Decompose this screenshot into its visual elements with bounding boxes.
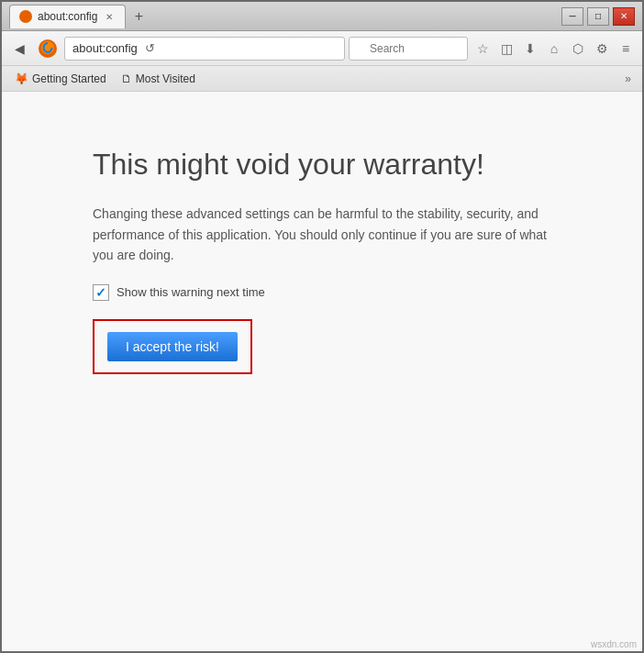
most-visited-label: Most Visited [136,72,195,85]
close-button[interactable]: ✕ [613,7,635,26]
tools-button[interactable]: ⚙ [591,38,613,60]
tab-favicon [19,10,32,23]
pocket-icon: ⬡ [572,41,583,56]
download-button[interactable]: ⬇ [519,38,541,60]
show-warning-checkbox[interactable]: ✓ [93,284,109,301]
home-icon: ⌂ [550,41,558,56]
bookmark-getting-started[interactable]: 🦊 Getting Started [9,70,112,88]
firefox-logo [37,38,59,60]
refresh-button[interactable]: ↺ [141,41,159,55]
checkbox-row: ✓ Show this warning next time [93,284,551,301]
warning-text: Changing these advanced settings can be … [93,204,551,265]
minimize-button[interactable]: ─ [561,7,583,26]
page-content: This might void your warranty! Changing … [2,92,642,651]
window-controls: ─ □ ✕ [561,7,635,26]
address-text: about:config [72,41,138,55]
navigation-bar: ◀ about:config ↺ 🔍 ☆ ◫ ⬇ [2,31,642,66]
active-tab[interactable]: about:config ✕ [9,5,126,28]
title-bar: about:config ✕ + ─ □ ✕ [2,2,642,31]
search-container: 🔍 [349,37,468,61]
address-bar[interactable]: about:config ↺ [64,37,345,61]
warning-title: This might void your warranty! [93,147,551,182]
bookmark-star-button[interactable]: ☆ [472,38,494,60]
most-visited-icon: 🗋 [121,72,132,85]
checkbox-label: Show this warning next time [117,285,265,299]
bookmark-star-icon: ☆ [477,41,489,56]
accept-risk-box: I accept the risk! [93,319,252,374]
watermark: wsxdn.com [591,639,637,649]
menu-button[interactable]: ≡ [615,38,637,60]
tools-icon: ⚙ [596,41,608,56]
tab-area: about:config ✕ + [9,5,561,28]
tab-label: about:config [38,10,97,23]
browser-window: about:config ✕ + ─ □ ✕ ◀ about:config ↺ … [0,0,644,653]
new-tab-button[interactable]: + [128,6,150,28]
back-icon: ◀ [15,41,25,56]
search-input[interactable] [349,37,468,61]
getting-started-icon: 🦊 [15,72,28,85]
bookmark-most-visited[interactable]: 🗋 Most Visited [116,70,201,88]
back-button[interactable]: ◀ [7,37,31,61]
bookmarks-bar: 🦊 Getting Started 🗋 Most Visited » [2,66,642,92]
menu-icon: ≡ [622,41,629,56]
reader-icon: ◫ [501,41,513,56]
reader-button[interactable]: ◫ [495,38,517,60]
home-button[interactable]: ⌂ [543,38,565,60]
nav-icons-group: ☆ ◫ ⬇ ⌂ ⬡ ⚙ ≡ [472,38,637,60]
maximize-button[interactable]: □ [587,7,609,26]
bookmarks-more-button[interactable]: » [621,71,635,87]
accept-risk-button[interactable]: I accept the risk! [107,332,238,361]
download-icon: ⬇ [525,41,536,56]
tab-close-button[interactable]: ✕ [103,10,116,23]
getting-started-label: Getting Started [32,72,106,85]
checkbox-checkmark: ✓ [95,285,106,300]
pocket-button[interactable]: ⬡ [567,38,589,60]
warning-container: This might void your warranty! Changing … [93,147,551,374]
